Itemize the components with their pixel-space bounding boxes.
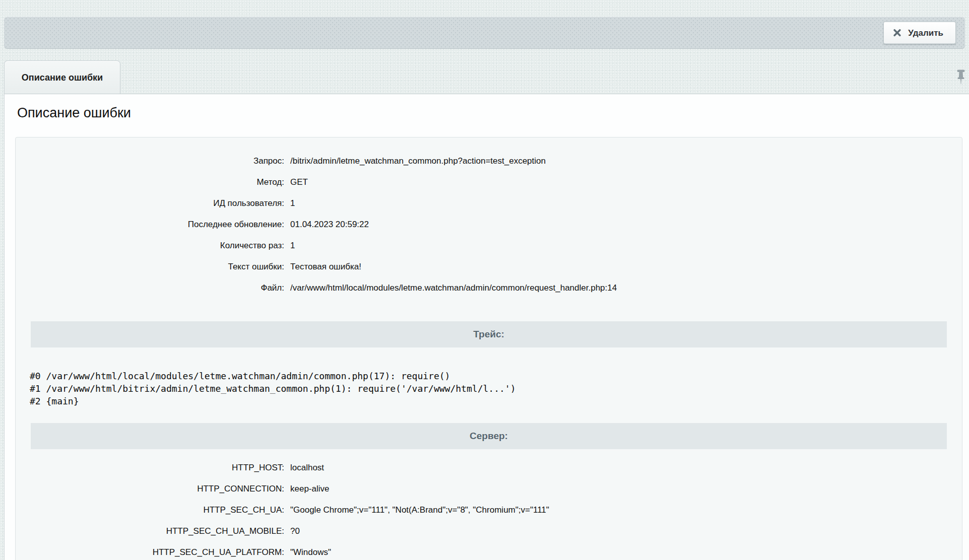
detail-value: 1 [284,241,295,251]
detail-value: /var/www/html/local/modules/letme.watchm… [284,283,617,293]
detail-row-error-text: Текст ошибки: Тестовая ошибка! [16,256,962,277]
bitrix-admin-error-page: { "toolbar": { "delete_label": "Удалить"… [0,0,969,560]
pin-button[interactable] [955,69,966,86]
delete-button-label: Удалить [908,28,943,38]
detail-value: GET [284,177,308,187]
detail-row-request: Запрос: /bitrix/admin/letme_watchman_com… [16,151,962,172]
server-section-header: Сервер: [31,423,947,449]
server-label: HTTP_CONNECTION: [16,484,284,494]
server-value: localhost [284,463,324,473]
detail-row-last-update: Последнее обновление: 01.04.2023 20:59:2… [16,214,962,235]
server-value: ?0 [284,526,300,536]
server-value: "Windows" [284,547,331,557]
detail-value: Тестовая ошибка! [284,262,361,272]
server-value: "Google Chrome";v="111", "Not(A:Brand";v… [284,505,549,515]
content-area: Описание ошибки Запрос: /bitrix/admin/le… [4,94,969,560]
detail-value: /bitrix/admin/letme_watchman_common.php?… [284,156,546,166]
detail-value: 1 [284,198,295,208]
detail-label: Количество раз: [16,241,284,251]
details-table: Запрос: /bitrix/admin/letme_watchman_com… [16,137,962,299]
tab-label: Описание ошибки [22,73,103,83]
trace-line: #2 {main} [30,395,962,407]
detail-row-user-id: ИД пользователя: 1 [16,193,962,214]
server-label: HTTP_HOST: [16,463,284,473]
server-label: HTTP_SEC_CH_UA: [16,505,284,515]
detail-value: 01.04.2023 20:59:22 [284,220,369,230]
pushpin-icon [955,69,966,87]
detail-row-count: Количество раз: 1 [16,235,962,256]
server-label: HTTP_SEC_CH_UA_MOBILE: [16,526,284,536]
trace-section-header: Трейс: [31,321,947,347]
trace-line: #1 /var/www/html/bitrix/admin/letme_watc… [30,382,962,395]
delete-button[interactable]: Удалить [883,22,956,44]
error-detail-panel: Запрос: /bitrix/admin/letme_watchman_com… [15,137,962,560]
server-row-sec-ch-ua-platform: HTTP_SEC_CH_UA_PLATFORM: "Windows" [16,542,962,560]
detail-label: Текст ошибки: [16,262,284,272]
server-row-sec-ch-ua: HTTP_SEC_CH_UA: "Google Chrome";v="111",… [16,500,962,521]
tab-error-description[interactable]: Описание ошибки [4,60,120,94]
trace-line: #0 /var/www/html/local/modules/letme.wat… [30,370,962,382]
detail-label: Последнее обновление: [16,220,284,230]
page-title: Описание ошибки [5,94,969,121]
detail-row-file: Файл: /var/www/html/local/modules/letme.… [16,277,962,299]
detail-row-method: Метод: GET [16,172,962,193]
detail-label: Файл: [16,283,284,293]
trace-stack-text: #0 /var/www/html/local/modules/letme.wat… [30,370,962,407]
server-row-http-host: HTTP_HOST: localhost [16,457,962,478]
tabs-row: Описание ошибки [0,60,969,94]
server-row-http-connection: HTTP_CONNECTION: keep-alive [16,478,962,500]
detail-label: Запрос: [16,156,284,166]
server-row-sec-ch-ua-mobile: HTTP_SEC_CH_UA_MOBILE: ?0 [16,521,962,542]
action-toolbar: Удалить [4,17,965,49]
server-label: HTTP_SEC_CH_UA_PLATFORM: [16,547,284,557]
detail-label: Метод: [16,177,284,187]
detail-label: ИД пользователя: [16,198,284,208]
close-x-icon [893,29,901,37]
server-value: keep-alive [284,484,330,494]
server-table: HTTP_HOST: localhost HTTP_CONNECTION: ke… [16,449,962,560]
